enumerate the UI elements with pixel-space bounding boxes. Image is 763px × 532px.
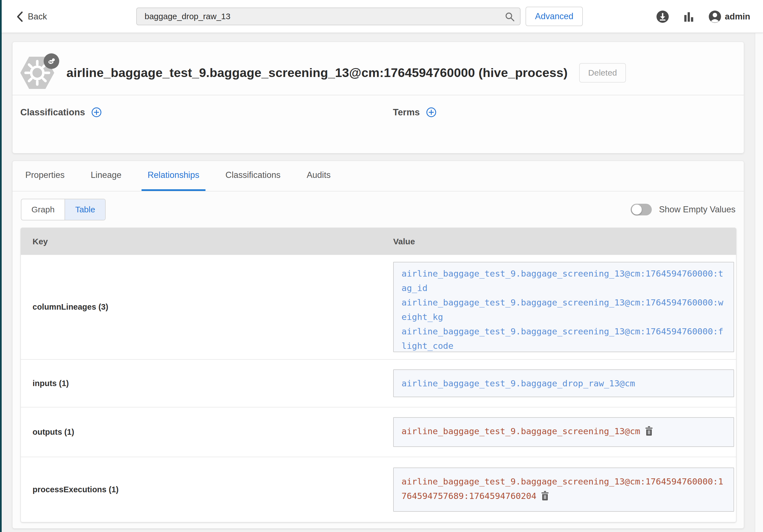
advanced-label: Advanced xyxy=(535,11,573,21)
outputs-value-box: airline_baggage_test_9.baggage_screening… xyxy=(393,417,734,447)
table-row: inputs (1) airline_baggage_test_9.baggag… xyxy=(21,359,736,407)
tab-label: Classifications xyxy=(226,170,280,180)
entity-detail-panel: Properties Lineage Relationships Classif… xyxy=(12,161,744,529)
tab-bar: Properties Lineage Relationships Classif… xyxy=(13,161,744,192)
add-term-icon[interactable] xyxy=(426,107,437,118)
search-input[interactable] xyxy=(136,8,520,25)
tab-audits[interactable]: Audits xyxy=(301,161,337,191)
table-row: outputs (1) airline_baggage_test_9.bagga… xyxy=(21,407,736,457)
row-key: outputs (1) xyxy=(21,407,393,457)
chevron-left-icon xyxy=(16,11,23,22)
tab-label: Relationships xyxy=(148,170,199,180)
top-bar: Back Advanced admin xyxy=(0,0,763,33)
user-icon xyxy=(708,10,721,23)
relationship-link[interactable]: airline_baggage_test_9.baggage_drop_raw_… xyxy=(401,378,635,388)
relationship-link[interactable]: airline_baggage_test_9.baggage_screening… xyxy=(401,477,723,501)
entity-type-icon xyxy=(20,56,56,90)
terms-label: Terms xyxy=(393,107,420,118)
relationship-link[interactable]: airline_baggage_test_9.baggage_screening… xyxy=(401,295,723,324)
page-title: airline_baggage_test_9.baggage_screening… xyxy=(66,66,568,80)
tab-label: Lineage xyxy=(91,170,121,180)
graph-view-button[interactable]: Graph xyxy=(21,199,64,220)
status-badge: Deleted xyxy=(579,63,626,83)
column-lineages-value-box[interactable]: airline_baggage_test_9.baggage_screening… xyxy=(393,262,734,352)
classifications-section: Classifications xyxy=(20,107,102,118)
table-row: columnLineages (3) airline_baggage_test_… xyxy=(21,255,736,359)
row-key: processExecutions (1) xyxy=(21,457,393,522)
relationship-link[interactable]: airline_baggage_test_9.baggage_screening… xyxy=(401,426,640,436)
add-classification-icon[interactable] xyxy=(91,107,102,118)
relationship-link[interactable]: airline_baggage_test_9.baggage_screening… xyxy=(401,266,723,295)
tab-classifications[interactable]: Classifications xyxy=(219,161,287,191)
toggle-knob xyxy=(632,205,642,215)
tab-properties[interactable]: Properties xyxy=(19,161,71,191)
hive-badge-icon xyxy=(44,53,59,69)
back-button[interactable]: Back xyxy=(16,0,47,33)
tab-relationships[interactable]: Relationships xyxy=(142,161,205,191)
tab-lineage[interactable]: Lineage xyxy=(84,161,127,191)
download-icon[interactable] xyxy=(656,10,669,23)
tab-label: Audits xyxy=(307,170,331,180)
user-menu[interactable]: admin xyxy=(708,10,750,23)
trash-icon[interactable] xyxy=(541,490,549,505)
table-row: processExecutions (1) airline_baggage_te… xyxy=(21,457,736,522)
graph-label: Graph xyxy=(32,205,54,214)
search-icon[interactable] xyxy=(504,11,515,22)
show-empty-values-label: Show Empty Values xyxy=(659,205,735,215)
table-label: Table xyxy=(75,205,95,214)
view-mode-toggle: Graph Table xyxy=(21,199,106,221)
tab-label: Properties xyxy=(25,170,64,180)
row-key: columnLineages (3) xyxy=(21,255,393,359)
relationship-link[interactable]: airline_baggage_test_9.baggage_screening… xyxy=(401,324,723,352)
left-nav-rail xyxy=(0,0,2,532)
terms-section: Terms xyxy=(393,107,437,118)
key-column-header: Key xyxy=(21,237,393,246)
table-header-row: Key Value xyxy=(21,228,736,255)
entity-header-card: airline_baggage_test_9.baggage_screening… xyxy=(12,42,744,153)
row-key: inputs (1) xyxy=(21,360,393,407)
trash-icon[interactable] xyxy=(645,426,653,440)
back-label: Back xyxy=(28,12,47,22)
show-empty-values-toggle[interactable] xyxy=(631,204,652,216)
classifications-label: Classifications xyxy=(20,107,85,118)
process-executions-value-box: airline_baggage_test_9.baggage_screening… xyxy=(393,468,734,512)
page-scrollbar-track[interactable] xyxy=(755,0,763,532)
table-view-button[interactable]: Table xyxy=(64,199,105,220)
value-column-header: Value xyxy=(393,237,736,246)
inputs-value-box: airline_baggage_test_9.baggage_drop_raw_… xyxy=(393,369,734,397)
advanced-search-button[interactable]: Advanced xyxy=(525,7,583,26)
username: admin xyxy=(725,12,750,22)
relationships-table: Key Value columnLineages (3) airline_bag… xyxy=(21,227,736,522)
bar-chart-icon[interactable] xyxy=(683,11,695,23)
